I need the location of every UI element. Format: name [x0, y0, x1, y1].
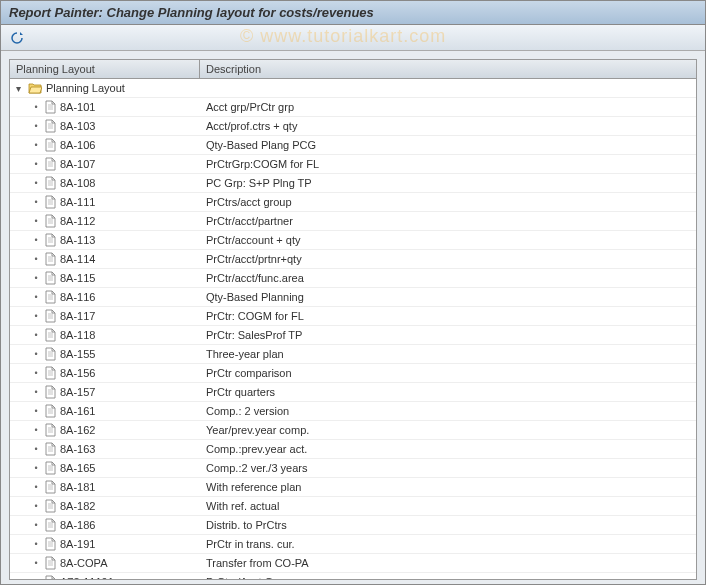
bullet-icon: •	[32, 292, 40, 302]
table-row[interactable]: •8A-107PrCtrGrp:COGM for FL	[10, 155, 696, 174]
table-row[interactable]: •8A-191PrCtr in trans. cur.	[10, 535, 696, 554]
bullet-icon: •	[32, 558, 40, 568]
document-icon	[44, 214, 56, 228]
bullet-icon: •	[32, 330, 40, 340]
tree-root-row[interactable]: ▾ Planning Layout	[10, 79, 696, 98]
table-row[interactable]: •8A-112PrCtr/acct/partner	[10, 212, 696, 231]
layout-description: Qty-Based Planning	[200, 291, 696, 303]
layout-code: 8A-114	[60, 253, 95, 265]
layout-code: 8A-106	[60, 139, 95, 151]
table-row[interactable]: •A72-11191PrCtrs/Acct Group	[10, 573, 696, 579]
window-title-bar: Report Painter: Change Planning layout f…	[1, 1, 705, 25]
document-icon	[44, 157, 56, 171]
layout-code: 8A-163	[60, 443, 95, 455]
layout-code: 8A-156	[60, 367, 95, 379]
table-row[interactable]: •8A-157PrCtr quarters	[10, 383, 696, 402]
table-row[interactable]: •8A-162Year/prev.year comp.	[10, 421, 696, 440]
bullet-icon: •	[32, 216, 40, 226]
layout-description: PrCtr comparison	[200, 367, 696, 379]
document-icon	[44, 195, 56, 209]
layout-description: Year/prev.year comp.	[200, 424, 696, 436]
bullet-icon: •	[32, 387, 40, 397]
layout-code: 8A-157	[60, 386, 95, 398]
bullet-icon: •	[32, 463, 40, 473]
bullet-icon: •	[32, 482, 40, 492]
bullet-icon: •	[32, 254, 40, 264]
table-row[interactable]: •8A-118PrCtr: SalesProf TP	[10, 326, 696, 345]
table-row[interactable]: •8A-165Comp.:2 ver./3 years	[10, 459, 696, 478]
layout-description: Comp.:prev.year act.	[200, 443, 696, 455]
table-row[interactable]: •8A-106Qty-Based Plang PCG	[10, 136, 696, 155]
bullet-icon: •	[32, 425, 40, 435]
table-row[interactable]: •8A-115PrCtr/acct/func.area	[10, 269, 696, 288]
layout-description: PrCtr: SalesProf TP	[200, 329, 696, 341]
document-icon	[44, 176, 56, 190]
table-row[interactable]: •8A-114PrCtr/acct/prtnr+qty	[10, 250, 696, 269]
table-row[interactable]: •8A-111PrCtrs/acct group	[10, 193, 696, 212]
layout-description: Comp.: 2 version	[200, 405, 696, 417]
layout-code: 8A-191	[60, 538, 95, 550]
layout-description: Distrib. to PrCtrs	[200, 519, 696, 531]
document-icon	[44, 423, 56, 437]
layout-code: 8A-181	[60, 481, 95, 493]
layout-description: Acct grp/PrCtr grp	[200, 101, 696, 113]
table-row[interactable]: •8A-COPATransfer from CO-PA	[10, 554, 696, 573]
layout-description: Comp.:2 ver./3 years	[200, 462, 696, 474]
layout-description: PrCtrs/Acct Group	[200, 576, 696, 579]
table-row[interactable]: •8A-117PrCtr: COGM for FL	[10, 307, 696, 326]
document-icon	[44, 385, 56, 399]
document-icon	[44, 271, 56, 285]
table-row[interactable]: •8A-156PrCtr comparison	[10, 364, 696, 383]
table-row[interactable]: •8A-163Comp.:prev.year act.	[10, 440, 696, 459]
layout-description: PrCtr in trans. cur.	[200, 538, 696, 550]
svg-marker-0	[20, 32, 23, 35]
document-icon	[44, 138, 56, 152]
bullet-icon: •	[32, 159, 40, 169]
layout-code: 8A-162	[60, 424, 95, 436]
layout-description: Transfer from CO-PA	[200, 557, 696, 569]
layout-code: 8A-161	[60, 405, 95, 417]
layout-description: PrCtr/acct/partner	[200, 215, 696, 227]
bullet-icon: •	[32, 235, 40, 245]
table-row[interactable]: •8A-182With ref. actual	[10, 497, 696, 516]
layout-description: Acct/prof.ctrs + qty	[200, 120, 696, 132]
layout-code: 8A-186	[60, 519, 95, 531]
layout-code: 8A-107	[60, 158, 95, 170]
layout-code: 8A-101	[60, 101, 95, 113]
layout-code: 8A-165	[60, 462, 95, 474]
layout-description: With ref. actual	[200, 500, 696, 512]
table-row[interactable]: •8A-181With reference plan	[10, 478, 696, 497]
table-row[interactable]: •8A-101Acct grp/PrCtr grp	[10, 98, 696, 117]
table-row[interactable]: •8A-113PrCtr/account + qty	[10, 231, 696, 250]
bullet-icon: •	[32, 311, 40, 321]
document-icon	[44, 309, 56, 323]
layout-description: PrCtrs/acct group	[200, 196, 696, 208]
collapse-arrow-icon[interactable]: ▾	[16, 83, 26, 94]
table-row[interactable]: •8A-108PC Grp: S+P Plng TP	[10, 174, 696, 193]
column-header-description[interactable]: Description	[200, 60, 696, 78]
bullet-icon: •	[32, 102, 40, 112]
document-icon	[44, 290, 56, 304]
window-title: Report Painter: Change Planning layout f…	[9, 5, 374, 20]
document-icon	[44, 252, 56, 266]
layout-description: PrCtr quarters	[200, 386, 696, 398]
column-header-layout[interactable]: Planning Layout	[10, 60, 200, 78]
layout-code: 8A-116	[60, 291, 95, 303]
table-row[interactable]: •8A-155Three-year plan	[10, 345, 696, 364]
layout-description: Qty-Based Plang PCG	[200, 139, 696, 151]
table-row[interactable]: •8A-161Comp.: 2 version	[10, 402, 696, 421]
document-icon	[44, 537, 56, 551]
bullet-icon: •	[32, 501, 40, 511]
document-icon	[44, 442, 56, 456]
layout-code: 8A-108	[60, 177, 95, 189]
document-icon	[44, 233, 56, 247]
folder-open-icon	[28, 82, 42, 94]
refresh-icon[interactable]	[9, 30, 25, 46]
table-row[interactable]: •8A-186Distrib. to PrCtrs	[10, 516, 696, 535]
bullet-icon: •	[32, 406, 40, 416]
table-row[interactable]: •8A-103Acct/prof.ctrs + qty	[10, 117, 696, 136]
layout-code: 8A-112	[60, 215, 95, 227]
document-icon	[44, 461, 56, 475]
table-row[interactable]: •8A-116Qty-Based Planning	[10, 288, 696, 307]
document-icon	[44, 518, 56, 532]
